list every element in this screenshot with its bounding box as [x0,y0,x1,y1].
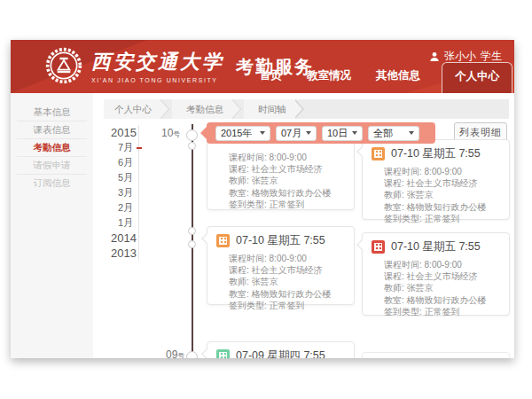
breadcrumb-item-attendance-info[interactable]: 考勤信息 [172,99,232,119]
day-marker-10: 10号 [161,127,180,139]
card-details: 课程时间: 8:00-9:00课程: 社会主义市场经济教师: 张芸京教室: 格物… [363,257,509,323]
user-icon [429,51,440,62]
card-detail-row: 教师: 张芸京 [384,282,502,293]
filter-bar: 2015年 07月 10日 全部 [207,122,435,144]
breadcrumb-item-timeline[interactable]: 时间轴 [244,99,295,119]
timeline-nav-item-6月[interactable]: 6月 [111,155,133,170]
day-filter-value: 10日 [327,127,348,140]
card-detail-row: 教室: 格物致知行政办公楼 [384,294,502,306]
attendance-card: 07-10 星期五 7:55课程时间: 8:00-9:00课程: 社会主义市场经… [207,226,355,305]
card-detail-row: 签到类型: 正常签到 [229,199,347,210]
university-gear-logo-icon [44,46,83,85]
sidebar-item-attendance-info[interactable]: 考勤信息 [17,139,87,157]
caret-down-icon [409,131,414,135]
card-details: 课程时间: 8:00-9:00课程: 社会主义市场经济教师: 张芸京教室: 格物… [363,164,509,230]
card-header: 07-10 星期五 7:55 [207,227,354,251]
card-title: 07-10 星期五 7:55 [391,146,481,161]
card-detail-row: 签到类型: 正常签到 [384,213,502,224]
caret-down-icon [260,131,265,135]
day-filter-dropdown[interactable]: 10日 [322,126,363,141]
page: 西安交通大学 XI'AN JIAO TONG UNIVERSITY 考勤服务 张… [0,0,532,399]
card-details: 课程时间: 8:00-9:00课程: 社会主义市场经济教师: 张芸京教室: 格物… [207,251,354,317]
nav-item-other-info[interactable]: 其他信息 [364,68,433,93]
sidebar-item-course-schedule[interactable]: 课表信息 [17,121,87,139]
card-detail-row: 课程时间: 8:00-9:00 [229,152,347,163]
timeline-nav-item-2014[interactable]: 2014 [111,231,133,246]
breadcrumb-item-personal-center[interactable]: 个人中心 [104,99,160,119]
timeline-nav-item-3月[interactable]: 3月 [111,185,133,200]
sidebar-item-subscription-info[interactable]: 订阅信息 [17,175,87,192]
month-filter-dropdown[interactable]: 07月 [276,126,317,141]
attendance-card [362,352,510,358]
status-orange-icon [372,147,385,160]
timeline-nav-item-2月[interactable]: 2月 [111,200,133,215]
year-filter-value: 2015年 [221,127,252,140]
card-detail-row: 教师: 张芸京 [384,189,502,200]
card-detail-row: 教师: 张芸京 [229,276,347,287]
caret-down-icon [306,131,311,135]
status-green-icon [216,349,230,358]
timeline-node [186,351,198,358]
card-detail-row: 课程时间: 8:00-9:00 [384,166,502,177]
sidebar: 基本信息课表信息考勤信息请假申请订阅信息 [11,93,93,358]
card-detail-row: 课程时间: 8:00-9:00 [384,259,502,270]
timeline-node [186,129,198,141]
breadcrumb: 个人中心考勤信息时间轴 [104,99,509,119]
card-detail-row: 课程时间: 8:00-9:00 [229,253,347,264]
attendance-card: 07-10 星期五 7:55课程时间: 8:00-9:00课程: 社会主义市场经… [362,232,510,316]
card-detail-row: 课程: 社会主义市场经济 [229,264,347,276]
card-header: 07-09 星期四 7:55 [207,342,354,358]
year-filter-dropdown[interactable]: 2015年 [215,126,270,141]
card-detail-row: 教师: 张芸京 [229,175,347,186]
timeline-nav-item-7月[interactable]: 7月 [111,140,133,155]
card-header: 07-10 星期五 7:55 [363,233,509,257]
type-filter-dropdown[interactable]: 全部 [368,126,419,141]
status-orange-icon [216,234,230,247]
nav-item-personal-center[interactable]: 个人中心 [442,62,512,93]
nav-item-home[interactable]: 首页 [247,68,294,93]
card-header: 07-10 星期五 7:55 [363,140,509,164]
timeline-nav-item-1月[interactable]: 1月 [111,215,133,231]
sidebar-item-basic-info[interactable]: 基本信息 [17,104,87,121]
attendance-card: 07-10 星期五 7:55课程时间: 8:00-9:00课程: 社会主义市场经… [362,139,510,220]
timeline-nav-item-2015[interactable]: 2015 [111,125,133,140]
timeline-nav-item-2013[interactable]: 2013 [111,246,133,261]
card-detail-row: 教室: 格物致知行政办公楼 [384,201,502,213]
attendance-card: 07-09 星期四 7:55 [207,341,355,358]
university-name: 西安交通大学 [91,49,224,75]
timeline-node [188,227,196,235]
card-detail-row: 课程: 社会主义市场经济 [384,177,502,189]
card-title: 07-10 星期五 7:55 [391,239,481,254]
card-detail-row: 教室: 格物致知行政办公楼 [229,187,347,199]
timeline-node [188,142,196,150]
month-filter-value: 07月 [281,127,301,140]
card-detail-row: 课程: 社会主义市场经济 [229,163,347,175]
attendance-app-window: 西安交通大学 XI'AN JIAO TONG UNIVERSITY 考勤服务 张… [11,40,514,358]
main-nav: 首页教室情况其他信息个人中心 [247,62,512,93]
card-detail-row: 签到类型: 正常签到 [229,300,347,311]
status-red-icon [372,240,385,254]
card-title: 07-09 星期四 7:55 [236,348,325,358]
caret-down-icon [352,131,357,135]
card-detail-row: 签到类型: 正常签到 [384,306,502,317]
nav-item-classroom-status[interactable]: 教室情况 [294,68,364,93]
university-name-en: XI'AN JIAO TONG UNIVERSITY [91,77,224,83]
day-marker-09: 09号 [166,348,184,358]
sidebar-item-leave-request[interactable]: 请假申请 [17,157,87,175]
timeline-node [188,240,196,248]
timeline-nav: 20157月6月5月3月2月1月20142013 [111,125,139,261]
card-detail-row: 教室: 格物致知行政办公楼 [229,288,347,300]
type-filter-value: 全部 [373,127,393,140]
card-detail-row: 课程: 社会主义市场经济 [384,270,502,282]
app-header: 西安交通大学 XI'AN JIAO TONG UNIVERSITY 考勤服务 张… [11,40,514,93]
main-content: 个人中心考勤信息时间轴 20157月6月5月3月2月1月20142013 201… [93,93,514,358]
card-title: 07-10 星期五 7:55 [236,233,325,248]
timeline-nav-item-5月[interactable]: 5月 [111,170,133,185]
